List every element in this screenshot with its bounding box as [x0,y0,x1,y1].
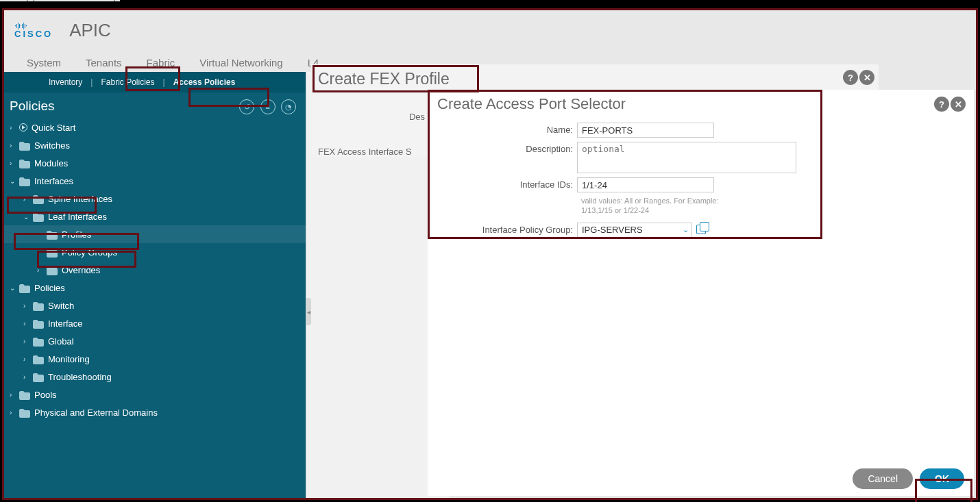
ok-button[interactable]: OK [920,468,964,489]
interface-policy-group-label: Interface Policy Group: [437,223,577,235]
tree-pools[interactable]: ›Pools [4,386,306,403]
tree-policies[interactable]: ⌄Policies [4,279,306,297]
help-icon[interactable]: ? [843,70,858,85]
tree-modules[interactable]: ›Modules [4,154,306,172]
folder-icon [19,282,30,292]
tab-system[interactable]: System [14,52,73,73]
interface-ids-hint1: valid values: All or Ranges. For Example… [581,197,953,206]
aps-form: Name: Description: Interface IDs: valid … [428,116,974,238]
folder-icon [33,211,44,221]
folder-icon [33,318,44,328]
splitter-handle[interactable]: ◂ [306,298,311,325]
app-name: APIC [69,20,111,41]
app-window: ·ı|ı·ı|ı· CISCO APIC System Tenants Fabr… [2,8,978,500]
tree-policy-interface[interactable]: ›Interface [4,314,306,332]
folder-icon [19,140,30,150]
folder-icon [33,371,44,381]
cancel-button[interactable]: Cancel [853,468,913,489]
window-title: APIC (apic1.dcloud.cisco.com) [0,0,120,1]
folder-icon [19,175,30,186]
history-icon[interactable]: ↺ [239,99,254,114]
interface-ids-hint2: 1/13,1/15 or 1/22-24 [581,206,953,216]
sidebar: Policies ↺ ≡ ◔ ›Quick Start ›Switches ›M… [4,92,306,498]
create-access-port-selector-dialog: Create Access Port Selector ? ✕ Name: De… [428,90,974,496]
interface-ids-label: Interface IDs: [437,177,577,190]
tree-spine-interfaces[interactable]: ›Spine Interfaces [4,190,306,208]
list-icon[interactable]: ≡ [260,99,275,114]
interface-policy-group-select[interactable]: IPG-SERVERS ⌄ [577,223,692,238]
tree-policy-switch[interactable]: ›Switch [4,297,306,314]
folder-icon [19,389,30,399]
tree-policy-global[interactable]: ›Global [4,332,306,350]
folder-icon [33,336,44,346]
aps-dialog-title: Create Access Port Selector [428,90,974,116]
tab-fabric[interactable]: Fabric [134,52,188,73]
nav-tree: ›Quick Start ›Switches ›Modules ⌄Interfa… [4,118,306,421]
close-icon[interactable]: ✕ [859,70,874,85]
help-icon[interactable]: ? [934,97,949,112]
subtab-fabric-policies[interactable]: Fabric Policies [95,77,160,87]
folder-icon [33,193,44,203]
chevron-down-icon: ⌄ [683,225,689,234]
tree-profiles[interactable]: Profiles [4,225,306,243]
tree-policy-groups[interactable]: ›Policy Groups [4,243,306,261]
folder-icon [47,247,58,257]
folder-icon [19,158,30,168]
description-input[interactable] [577,142,796,173]
description-label: Description: [437,142,577,154]
sidebar-title: Policies [10,99,54,114]
name-input[interactable] [577,123,714,138]
tree-policy-troubleshooting[interactable]: ›Troubleshooting [4,368,306,386]
tab-virtual-networking[interactable]: Virtual Networking [187,52,295,73]
topbar: ·ı|ı·ı|ı· CISCO APIC [4,10,976,50]
cisco-logo: ·ı|ı·ı|ı· CISCO [14,22,53,38]
tree-policy-monitoring[interactable]: ›Monitoring [4,350,306,368]
folder-icon [47,264,58,275]
tab-tenants[interactable]: Tenants [73,52,134,73]
tree-leaf-interfaces[interactable]: ⌄Leaf Interfaces [4,208,306,225]
subtab-inventory[interactable]: Inventory [43,77,88,87]
tree-switches[interactable]: ›Switches [4,136,306,154]
folder-icon [33,353,44,364]
folder-icon [19,407,30,417]
open-external-icon[interactable] [696,223,707,234]
settings-icon[interactable]: ◔ [281,99,296,114]
fex-desc-label: Des [318,112,428,122]
tree-quick-start[interactable]: ›Quick Start [4,118,306,136]
tree-physical-external-domains[interactable]: ›Physical and External Domains [4,403,306,421]
play-icon [19,123,27,131]
folder-icon [47,229,58,239]
tree-interfaces[interactable]: ⌄Interfaces [4,172,306,190]
sub-tabs: Inventory | Fabric Policies | Access Pol… [4,72,306,92]
folder-icon [33,300,44,310]
sidebar-header-icons: ↺ ≡ ◔ [237,98,296,114]
subtab-access-policies[interactable]: Access Policies [168,77,241,87]
name-label: Name: [437,123,577,135]
close-icon[interactable]: ✕ [951,97,966,112]
fex-access-interface-label: FEX Access Interface S [318,147,415,157]
interface-ids-input[interactable] [577,177,714,192]
tree-overrides[interactable]: ›Overrides [4,261,306,279]
